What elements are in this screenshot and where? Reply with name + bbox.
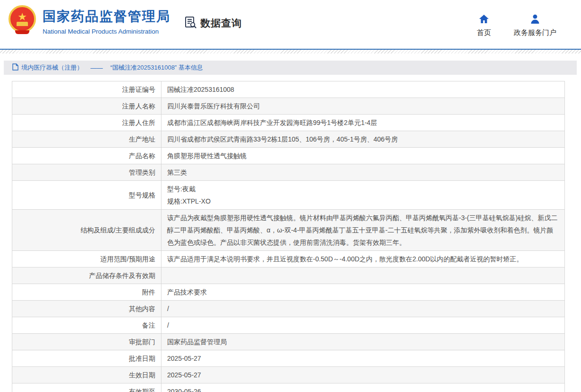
row-label: 管理类别 bbox=[12, 164, 161, 181]
row-value: 该产品为夜戴型角膜塑形用硬性透气接触镜。镜片材料由甲基丙烯酸六氟异丙酯、甲基丙烯… bbox=[161, 210, 565, 251]
row-value: / bbox=[161, 301, 565, 317]
breadcrumb-separator: —— bbox=[90, 64, 103, 71]
registration-info-table: 注册证编号国械注准20253161008注册人名称四川兴泰普乐医疗科技有限公司注… bbox=[12, 81, 565, 392]
row-value: 2025-05-27 bbox=[161, 350, 565, 367]
row-value: 四川省成都市武侯区武青南路33号2栋1层105、106号房，405-1号房、40… bbox=[161, 131, 565, 148]
row-label: 审批部门 bbox=[12, 334, 161, 350]
row-value: 国家药品监督管理局 bbox=[161, 334, 565, 350]
table-row: 产品名称角膜塑形用硬性透气接触镜 bbox=[12, 148, 565, 164]
table-row: 生产地址四川省成都市武侯区武青南路33号2栋1层105、106号房，405-1号… bbox=[12, 131, 565, 148]
table-row: 结构及组成/主要组成成分该产品为夜戴型角膜塑形用硬性透气接触镜。镜片材料由甲基丙… bbox=[12, 210, 565, 251]
row-label: 型号规格 bbox=[12, 181, 161, 210]
breadcrumb-category[interactable]: 境内医疗器械（注册） bbox=[21, 63, 83, 72]
nav-portal[interactable]: 政务服务门户 bbox=[514, 14, 556, 37]
table-row: 注册人名称四川兴泰普乐医疗科技有限公司 bbox=[12, 98, 565, 115]
emblem-gate-icon bbox=[17, 22, 28, 26]
user-icon bbox=[530, 14, 540, 26]
row-label: 注册证编号 bbox=[12, 81, 161, 98]
table-row: 附件产品技术要求 bbox=[12, 284, 565, 301]
emblem-star-icon: ★ bbox=[18, 12, 27, 22]
table-row: 产品储存条件及有效期 bbox=[12, 267, 565, 284]
table-row: 注册证编号国械注准20253161008 bbox=[12, 81, 565, 98]
nav-home-label: 首页 bbox=[477, 28, 491, 37]
row-label: 备注 bbox=[12, 317, 161, 334]
table-row: 适用范围/预期用途该产品适用于满足本说明书要求，并且近视度数在-0.50D～-4… bbox=[12, 251, 565, 267]
row-value: 成都市温江区成都海峡两岸科技产业开发园海旺路99号1号楼2单元1-4层 bbox=[161, 115, 565, 131]
row-value: 2030-05-26 bbox=[161, 383, 565, 392]
table-row: 其他内容/ bbox=[12, 301, 565, 317]
row-value: 第三类 bbox=[161, 164, 565, 181]
org-name-en: National Medical Products Administration bbox=[43, 28, 170, 35]
org-name-cn: 国家药品监督管理局 bbox=[43, 8, 170, 26]
table-row: 审批部门国家药品监督管理局 bbox=[12, 334, 565, 350]
breadcrumb: 境内医疗器械（注册） —— “国械注准20253161008” 基本信息 bbox=[4, 61, 577, 75]
table-row: 型号规格型号:夜戴 规格:XTPL-XO bbox=[12, 181, 565, 210]
breadcrumb-current: “国械注准20253161008” 基本信息 bbox=[110, 63, 203, 72]
section-title: 数据查询 bbox=[200, 17, 242, 30]
document-search-icon bbox=[184, 16, 197, 31]
row-value: 产品技术要求 bbox=[161, 284, 565, 301]
row-label: 产品储存条件及有效期 bbox=[12, 267, 161, 284]
row-value: 该产品适用于满足本说明书要求，并且近视度数在-0.50D～-4.00D之内，散光… bbox=[161, 251, 565, 267]
nav-portal-label: 政务服务门户 bbox=[514, 28, 556, 37]
page-header: ★ 国家药品监督管理局 National Medical Products Ad… bbox=[0, 0, 581, 49]
row-value: 国械注准20253161008 bbox=[161, 81, 565, 98]
table-row: 管理类别第三类 bbox=[12, 164, 565, 181]
row-label: 其他内容 bbox=[12, 301, 161, 317]
row-value: 型号:夜戴 规格:XTPL-XO bbox=[161, 181, 565, 210]
info-table-body: 注册证编号国械注准20253161008注册人名称四川兴泰普乐医疗科技有限公司注… bbox=[12, 81, 565, 392]
row-label: 产品名称 bbox=[12, 148, 161, 164]
row-value: 2025-05-27 bbox=[161, 367, 565, 383]
table-row: 批准日期2025-05-27 bbox=[12, 350, 565, 367]
table-row: 有效期至2030-05-26 bbox=[12, 383, 565, 392]
row-label: 适用范围/预期用途 bbox=[12, 251, 161, 267]
row-value: 四川兴泰普乐医疗科技有限公司 bbox=[161, 98, 565, 115]
row-value: 角膜塑形用硬性透气接触镜 bbox=[161, 148, 565, 164]
row-label: 结构及组成/主要组成成分 bbox=[12, 210, 161, 251]
row-label: 附件 bbox=[12, 284, 161, 301]
row-label: 生效日期 bbox=[12, 367, 161, 383]
table-row: 注册人住所成都市温江区成都海峡两岸科技产业开发园海旺路99号1号楼2单元1-4层 bbox=[12, 115, 565, 131]
header-hatch-band bbox=[0, 50, 581, 53]
data-query-section: 数据查询 bbox=[184, 16, 242, 31]
emblem-ribbon-icon bbox=[15, 30, 29, 34]
table-row: 备注/ bbox=[12, 317, 565, 334]
row-label: 批准日期 bbox=[12, 350, 161, 367]
row-label: 注册人名称 bbox=[12, 98, 161, 115]
page-doc-icon bbox=[12, 63, 18, 72]
national-emblem-logo: ★ bbox=[9, 5, 36, 33]
row-label: 有效期至 bbox=[12, 383, 161, 392]
home-icon bbox=[479, 14, 489, 26]
row-label: 注册人住所 bbox=[12, 115, 161, 131]
org-title-block: 国家药品监督管理局 National Medical Products Admi… bbox=[43, 8, 170, 35]
header-nav: 首页 政务服务门户 bbox=[477, 14, 556, 37]
nav-home[interactable]: 首页 bbox=[477, 14, 491, 37]
row-label: 生产地址 bbox=[12, 131, 161, 148]
row-value bbox=[161, 267, 565, 284]
table-row: 生效日期2025-05-27 bbox=[12, 367, 565, 383]
row-value: / bbox=[161, 317, 565, 334]
